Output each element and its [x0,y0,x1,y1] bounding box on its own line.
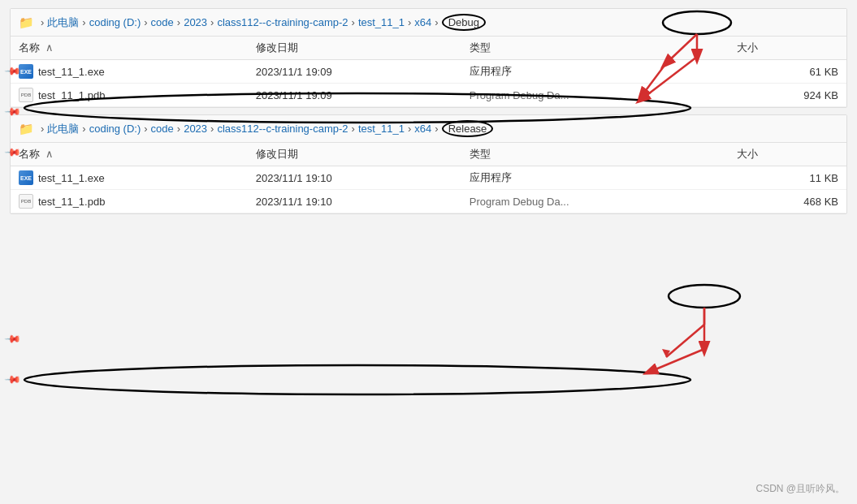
file-type: Program Debug Da... [461,84,729,107]
table-row[interactable]: PDB test_11_1.pdb 2023/11/1 19:09 Progra… [11,84,846,107]
table-row[interactable]: EXE test_11_1.exe 2023/11/1 19:09 应用程序 6… [11,60,846,84]
exe-icon: EXE [19,170,33,185]
file-date: 2023/11/1 19:10 [248,166,461,190]
file-date: 2023/11/1 19:09 [248,84,461,107]
file-name-cell[interactable]: EXE test_11_1.exe [11,60,248,84]
breadcrumb-segment-7[interactable]: x64 [414,16,431,28]
file-size: 61 KB [729,60,846,84]
pin-icon: 📌 [4,330,22,348]
col-date[interactable]: 修改日期 [248,37,461,60]
folder-icon: 📁 [19,122,34,136]
breadcrumb-r-segment-1[interactable]: 此电脑 [47,122,79,136]
pdb-icon: PDB [19,88,33,102]
col-size[interactable]: 大小 [729,37,846,60]
file-name: test_11_1.pdb [38,89,105,101]
col-type-r[interactable]: 类型 [461,143,729,166]
svg-point-8 [24,365,690,394]
folder-icon: 📁 [19,15,34,30]
debug-panel: 📁 › 此电脑 › coding (D:) › code › 2023 › cl… [10,8,847,108]
breadcrumb-segment-6[interactable]: test_11_1 [358,16,405,28]
breadcrumb-r-segment-6[interactable]: test_11_1 [358,123,405,135]
file-name-cell[interactable]: PDB test_11_1.pdb [11,190,248,213]
breadcrumb-release[interactable]: 📁 › 此电脑 › coding (D:) › code › 2023 › cl… [11,115,846,143]
col-size-r[interactable]: 大小 [729,143,846,166]
file-date: 2023/11/1 19:09 [248,60,461,84]
file-size: 11 KB [729,166,846,190]
breadcrumb-segment-1[interactable]: 此电脑 [47,15,79,30]
table-row[interactable]: EXE test_11_1.exe 2023/11/1 19:10 应用程序 1… [11,166,846,190]
breadcrumb-r-segment-2[interactable]: coding (D:) [89,123,141,135]
breadcrumb-segment-5[interactable]: class112--c-training-camp-2 [217,16,348,28]
breadcrumb-current-debug: Debug [442,14,486,31]
file-name: test_11_1.pdb [38,196,105,208]
svg-point-4 [669,285,740,308]
breadcrumb-r-segment-4[interactable]: 2023 [184,123,207,135]
pin-icon: 📌 [4,103,22,121]
file-type: 应用程序 [461,166,729,190]
breadcrumb-r-segment-7[interactable]: x64 [414,123,431,135]
col-name-r[interactable]: 名称 ∧ [11,143,248,166]
file-size: 924 KB [729,84,846,107]
col-date-r[interactable]: 修改日期 [248,143,461,166]
breadcrumb-segment-2[interactable]: coding (D:) [89,16,141,28]
quick-access-pins-bottom: 📌 📌 [6,333,19,386]
file-type: Program Debug Da... [461,190,729,213]
file-date: 2023/11/1 19:10 [248,190,461,213]
file-name: test_11_1.exe [38,172,105,184]
breadcrumb-segment-3[interactable]: code [151,16,174,28]
pin-icon: 📌 [4,62,22,80]
file-name-cell[interactable]: PDB test_11_1.pdb [11,84,248,107]
file-table-release: 名称 ∧ 修改日期 类型 大小 EXE test_11_1.exe 2023/1… [11,143,846,213]
pdb-icon: PDB [19,194,33,209]
release-panel: 📁 › 此电脑 › coding (D:) › code › 2023 › cl… [10,114,847,214]
table-header-debug: 名称 ∧ 修改日期 类型 大小 [11,37,846,60]
breadcrumb-debug[interactable]: 📁 › 此电脑 › coding (D:) › code › 2023 › cl… [11,9,846,37]
pin-icon: 📌 [4,371,22,389]
file-table-debug: 名称 ∧ 修改日期 类型 大小 EXE test_11_1.exe 2023/1… [11,37,846,107]
file-size: 468 KB [729,190,846,213]
col-type[interactable]: 类型 [461,37,729,60]
file-type: 应用程序 [461,60,729,84]
file-name: test_11_1.exe [38,66,105,78]
watermark: CSDN @且听吟风。 [755,482,845,496]
table-header-release: 名称 ∧ 修改日期 类型 大小 [11,143,846,166]
quick-access-pins-top: 📌 📌 📌 [6,65,19,158]
breadcrumb-segment-4[interactable]: 2023 [184,16,207,28]
breadcrumb-current-release: Release [442,120,494,137]
breadcrumb-r-segment-5[interactable]: class112--c-training-camp-2 [217,123,348,135]
file-name-cell[interactable]: EXE test_11_1.exe [11,166,248,190]
svg-line-13 [650,349,704,372]
svg-line-6 [666,325,704,357]
breadcrumb-r-segment-3[interactable]: code [151,123,174,135]
svg-marker-7 [662,349,670,357]
table-row[interactable]: PDB test_11_1.pdb 2023/11/1 19:10 Progra… [11,190,846,213]
col-name[interactable]: 名称 ∧ [11,37,248,60]
